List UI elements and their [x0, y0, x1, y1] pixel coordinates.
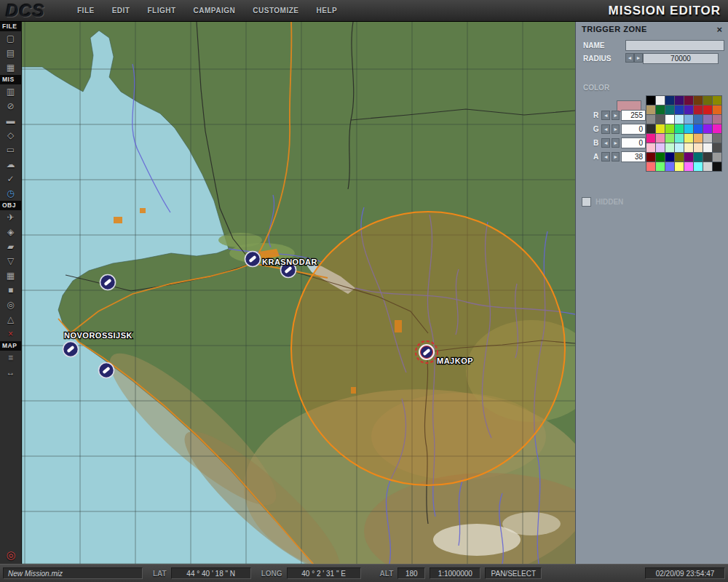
- palette-swatch[interactable]: [684, 115, 694, 124]
- palette-swatch[interactable]: [675, 134, 684, 143]
- palette-swatch[interactable]: [665, 115, 675, 124]
- menu-file[interactable]: FILE: [77, 7, 95, 15]
- palette-swatch[interactable]: [675, 153, 684, 162]
- menu-help[interactable]: HELP: [316, 7, 337, 15]
- name-input[interactable]: [625, 40, 724, 51]
- check-icon[interactable]: ✓: [0, 172, 21, 186]
- palette-swatch[interactable]: [684, 162, 694, 172]
- map-canvas[interactable]: KRASNODARNOVOROSSIJSKMAJKOP: [22, 22, 575, 564]
- palette-swatch[interactable]: [694, 162, 703, 172]
- hidden-checkbox[interactable]: [582, 197, 591, 207]
- ship-icon[interactable]: ▽: [0, 254, 21, 268]
- palette-swatch[interactable]: [665, 143, 675, 153]
- save-mission-icon[interactable]: ▦: [0, 60, 21, 75]
- palette-swatch[interactable]: [646, 105, 656, 115]
- palette-swatch[interactable]: [684, 124, 694, 134]
- channel-a-value[interactable]: 38: [621, 151, 646, 162]
- channel-b-value[interactable]: 0: [621, 137, 646, 148]
- open-mission-icon[interactable]: ▤: [0, 46, 21, 60]
- palette-swatch[interactable]: [713, 143, 722, 153]
- palette-swatch[interactable]: [675, 162, 684, 172]
- palette-swatch[interactable]: [665, 153, 675, 162]
- channel-a-decrement-button[interactable]: ◄: [601, 152, 610, 162]
- airport-icon[interactable]: [99, 363, 114, 378]
- airport-icon[interactable]: [63, 342, 79, 357]
- palette-swatch[interactable]: [713, 96, 722, 105]
- palette-swatch[interactable]: [675, 124, 684, 134]
- palette-swatch[interactable]: [703, 115, 713, 124]
- center-view-icon[interactable]: ◎: [0, 548, 22, 562]
- channel-a-increment-button[interactable]: ►: [612, 152, 620, 162]
- palette-swatch[interactable]: [656, 115, 665, 124]
- channel-r-decrement-button[interactable]: ◄: [601, 111, 610, 120]
- channel-g-decrement-button[interactable]: ◄: [601, 124, 610, 134]
- briefing-icon[interactable]: ▥: [0, 84, 21, 99]
- palette-swatch[interactable]: [665, 124, 675, 134]
- palette-swatch[interactable]: [703, 96, 713, 105]
- restricted-zone-icon[interactable]: ⊘: [0, 99, 21, 113]
- palette-swatch[interactable]: [703, 134, 713, 143]
- palette-swatch[interactable]: [675, 143, 684, 153]
- palette-swatch[interactable]: [713, 162, 722, 172]
- radius-decrement-button[interactable]: ◄: [625, 53, 634, 63]
- close-icon[interactable]: ×: [716, 25, 722, 34]
- radius-input[interactable]: 70000: [643, 53, 719, 64]
- ruler-icon[interactable]: ▭: [0, 143, 21, 157]
- menu-campaign[interactable]: CAMPAIGN: [194, 7, 236, 15]
- palette-swatch[interactable]: [646, 153, 656, 162]
- palette-swatch[interactable]: [656, 143, 665, 153]
- palette-swatch[interactable]: [694, 96, 703, 105]
- palette-swatch[interactable]: [656, 162, 665, 172]
- template-icon[interactable]: △: [0, 312, 21, 327]
- palette-swatch[interactable]: [684, 134, 694, 143]
- route-icon[interactable]: ◇: [0, 128, 21, 143]
- palette-swatch[interactable]: [703, 143, 713, 153]
- palette-swatch[interactable]: [703, 162, 713, 172]
- palette-swatch[interactable]: [646, 96, 656, 105]
- palette-swatch[interactable]: [646, 124, 656, 134]
- weather-icon[interactable]: ☁: [0, 157, 21, 172]
- palette-swatch[interactable]: [694, 105, 703, 115]
- menu-customize[interactable]: CUSTOMIZE: [253, 7, 298, 15]
- ground-unit-icon[interactable]: ▰: [0, 239, 21, 254]
- channel-g-value[interactable]: 0: [621, 124, 646, 135]
- palette-swatch[interactable]: [684, 105, 694, 115]
- palette-swatch[interactable]: [703, 124, 713, 134]
- palette-swatch[interactable]: [713, 124, 722, 134]
- palette-swatch[interactable]: [694, 134, 703, 143]
- new-mission-icon[interactable]: ▢: [0, 31, 21, 46]
- palette-swatch[interactable]: [656, 105, 665, 115]
- airplane-icon[interactable]: ✈: [0, 210, 21, 225]
- menu-flight[interactable]: FLIGHT: [147, 7, 175, 15]
- palette-swatch[interactable]: [694, 153, 703, 162]
- palette-swatch[interactable]: [713, 134, 722, 143]
- palette-swatch[interactable]: [694, 124, 703, 134]
- palette-swatch[interactable]: [703, 153, 713, 162]
- palette-swatch[interactable]: [675, 96, 684, 105]
- palette-swatch[interactable]: [665, 162, 675, 172]
- airport-icon[interactable]: [245, 252, 261, 267]
- palette-swatch[interactable]: [713, 153, 722, 162]
- palette-swatch[interactable]: [656, 124, 665, 134]
- palette-swatch[interactable]: [646, 143, 656, 153]
- helicopter-icon[interactable]: ◈: [0, 225, 21, 239]
- measure-distance-icon[interactable]: ↔: [0, 365, 21, 380]
- delete-icon[interactable]: ×: [0, 327, 21, 341]
- palette-swatch[interactable]: [646, 162, 656, 172]
- channel-g-increment-button[interactable]: ►: [612, 124, 620, 134]
- palette-swatch[interactable]: [694, 143, 703, 153]
- layers-icon[interactable]: ≡: [0, 351, 21, 365]
- palette-swatch[interactable]: [713, 115, 722, 124]
- channel-b-decrement-button[interactable]: ◄: [601, 138, 610, 148]
- palette-swatch[interactable]: [665, 134, 675, 143]
- palette-swatch[interactable]: [684, 96, 694, 105]
- palette-swatch[interactable]: [675, 105, 684, 115]
- palette-swatch[interactable]: [646, 134, 656, 143]
- palette-swatch[interactable]: [656, 153, 665, 162]
- palette-swatch[interactable]: [656, 96, 665, 105]
- palette-swatch[interactable]: [684, 143, 694, 153]
- map-scale[interactable]: 1:1000000: [430, 567, 480, 579]
- channel-r-value[interactable]: 255: [621, 110, 646, 121]
- palette-swatch[interactable]: [694, 115, 703, 124]
- time-icon[interactable]: ◷: [0, 186, 21, 201]
